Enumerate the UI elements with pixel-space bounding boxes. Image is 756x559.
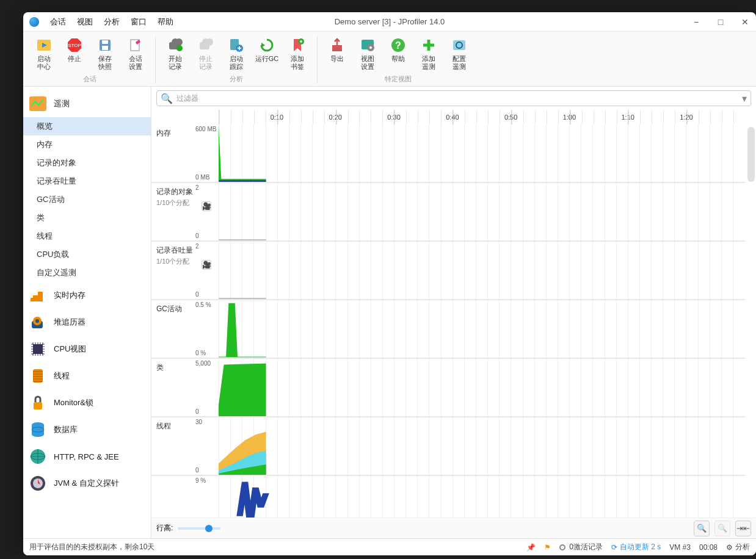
refresh-icon[interactable]: ⟳ [611, 543, 617, 552]
status-activations[interactable]: 0激活记录 [569, 542, 603, 552]
sidebar-sub-custom[interactable]: 自定义遥测 [23, 264, 151, 282]
start-tracking-button[interactable]: 启动 跟踪 [223, 34, 250, 73]
record-icon[interactable]: 🎥 [202, 260, 211, 270]
chart-area: 0:100:200:300:400:501:001:101:20 内存600 M… [151, 110, 756, 538]
svg-marker-46 [219, 124, 266, 182]
close-button[interactable]: ✕ [740, 17, 750, 27]
add-bookmark-button[interactable]: 添加 书签 [284, 34, 311, 73]
svg-marker-17 [261, 43, 265, 48]
app-icon [29, 17, 39, 27]
row-height-label: 行高: [156, 523, 173, 533]
svg-rect-36 [34, 402, 42, 409]
svg-rect-5 [102, 40, 108, 44]
chart-row[interactable]: 9 % [151, 476, 745, 518]
sidebar-databases[interactable]: 数据库 [23, 416, 151, 443]
svg-rect-6 [102, 46, 108, 50]
sidebar-sub-throughput[interactable]: 记录吞吐量 [23, 172, 151, 190]
row-height-slider[interactable] [178, 527, 220, 530]
chart-row[interactable]: 类5,0000 [151, 359, 745, 417]
menu-window[interactable]: 窗口 [126, 15, 151, 29]
toolbar: 启动 中心 STOP停止 保存 快照 会话 设置 会话 开始 记录 停止 记录 … [23, 32, 756, 87]
chart-plot: 300 [219, 417, 745, 475]
chart-row-label: 记录的对象1/10个分配🎥 [151, 183, 219, 240]
chart-row-label: 线程 [151, 417, 219, 475]
help-button[interactable]: ?帮助 [385, 34, 412, 73]
sidebar-monitors[interactable]: Monitor&锁 [23, 389, 151, 416]
sidebar-telemetry[interactable]: 遥测 [23, 90, 151, 117]
maximize-button[interactable]: □ [716, 17, 725, 27]
menu-analyze[interactable]: 分析 [99, 15, 125, 29]
chart-row-label: 类 [151, 359, 219, 416]
add-telemetry-button[interactable]: 添加 遥测 [415, 34, 442, 73]
flag-icon[interactable]: ⚑ [544, 543, 551, 552]
record-dot-icon [559, 544, 565, 550]
sidebar-http-rpc-jee[interactable]: HTTP, RPC & JEE [23, 443, 151, 470]
svg-marker-47 [219, 181, 266, 182]
run-gc-button[interactable]: 运行GC [253, 34, 280, 73]
app-window: 会话 视图 分析 窗口 帮助 Demo server [3] - JProfil… [23, 12, 756, 555]
menu-view[interactable]: 视图 [72, 15, 98, 29]
export-button[interactable]: 导出 [324, 34, 351, 73]
svg-rect-35 [33, 369, 43, 383]
zoom-in-button[interactable]: 🔍 [694, 521, 710, 536]
sidebar-cpu-views[interactable]: CPU视图 [23, 336, 151, 362]
svg-text:STOP: STOP [68, 43, 81, 48]
svg-rect-30 [31, 298, 35, 301]
scrollbar-thumb[interactable] [747, 127, 755, 182]
status-analyze[interactable]: 分析 [735, 542, 750, 552]
sidebar-sub-cpu-load[interactable]: CPU负载 [23, 245, 151, 264]
svg-rect-29 [38, 292, 43, 301]
minimize-button[interactable]: − [691, 17, 701, 27]
record-icon[interactable]: 🎥 [202, 201, 211, 211]
menu-help[interactable]: 帮助 [153, 15, 178, 29]
fit-button[interactable]: ⇥⇤ [735, 521, 751, 536]
sidebar-sub-threads[interactable]: 线程 [23, 227, 151, 245]
chart-row-label: GC活动 [151, 300, 219, 358]
chart-row[interactable]: 记录吞吐量1/10个分配🎥20 [151, 242, 745, 300]
session-settings-button[interactable]: 会话 设置 [122, 34, 149, 73]
chart-row[interactable]: 内存600 MB0 MB [151, 124, 745, 183]
filter-input[interactable]: 🔍 过滤器 ▾ [156, 90, 751, 106]
sidebar-jvm-probes[interactable]: JVM & 自定义探针 [23, 470, 151, 497]
sidebar-sub-overview[interactable]: 概览 [23, 117, 151, 135]
tb-group-specific: 特定视图 [385, 74, 412, 84]
configure-telemetry-button[interactable]: 配置 遥测 [446, 34, 473, 73]
sidebar-threads[interactable]: 线程 [23, 362, 151, 389]
stop-button[interactable]: STOP停止 [61, 34, 88, 73]
pin-icon[interactable]: 📌 [526, 543, 536, 552]
sidebar-heap-walker[interactable]: 堆追历器 [23, 309, 151, 336]
start-center-button[interactable]: 启动 中心 [31, 34, 57, 73]
statusbar: 用于评估目的的未授权副本，剩余10天 📌 ⚑ 0激活记录 ⟳自动更新 2 s V… [23, 538, 756, 555]
tb-group-analyze: 分析 [230, 74, 243, 84]
titlebar: 会话 视图 分析 窗口 帮助 Demo server [3] - JProfil… [23, 12, 756, 32]
svg-point-10 [172, 38, 179, 46]
tb-group-session: 会话 [83, 74, 96, 84]
sidebar-sub-recorded-objects[interactable]: 记录的对象 [23, 154, 151, 172]
chart-plot: 9 % [219, 476, 745, 518]
menu-session[interactable]: 会话 [45, 15, 71, 29]
stop-recording-button: 停止 记录 [192, 34, 219, 73]
chart-row[interactable]: GC活动0.5 %0 % [151, 300, 745, 359]
svg-point-39 [32, 432, 44, 437]
chart-row[interactable]: 线程300 [151, 417, 745, 476]
sidebar-sub-memory[interactable]: 内存 [23, 135, 151, 154]
status-time: 00:08 [699, 543, 718, 552]
sidebar-sub-classes[interactable]: 类 [23, 209, 151, 227]
start-recording-button[interactable]: 开始 记录 [162, 34, 189, 73]
status-vm: VM #3 [669, 543, 691, 552]
gear-icon[interactable]: ⚙ [726, 543, 733, 552]
save-snapshot-button[interactable]: 保存 快照 [92, 34, 118, 73]
main-panel: 🔍 过滤器 ▾ 0:100:200:300:400:501:001:101:20… [151, 87, 756, 538]
sidebar-live-memory[interactable]: 实时内存 [23, 282, 151, 309]
sidebar-sub-gc[interactable]: GC活动 [23, 190, 151, 209]
dropdown-icon[interactable]: ▾ [742, 93, 747, 104]
status-autorefresh[interactable]: 自动更新 2 s [620, 542, 661, 552]
svg-point-22 [369, 46, 372, 49]
chart-row-label [151, 476, 219, 518]
chart-row[interactable]: 记录的对象1/10个分配🎥20 [151, 183, 745, 242]
search-icon: 🔍 [161, 93, 173, 104]
svg-point-11 [176, 45, 183, 51]
view-settings-button[interactable]: 视图 设置 [354, 34, 381, 73]
chart-row-label: 内存 [151, 124, 219, 182]
filter-placeholder: 过滤器 [176, 93, 198, 104]
